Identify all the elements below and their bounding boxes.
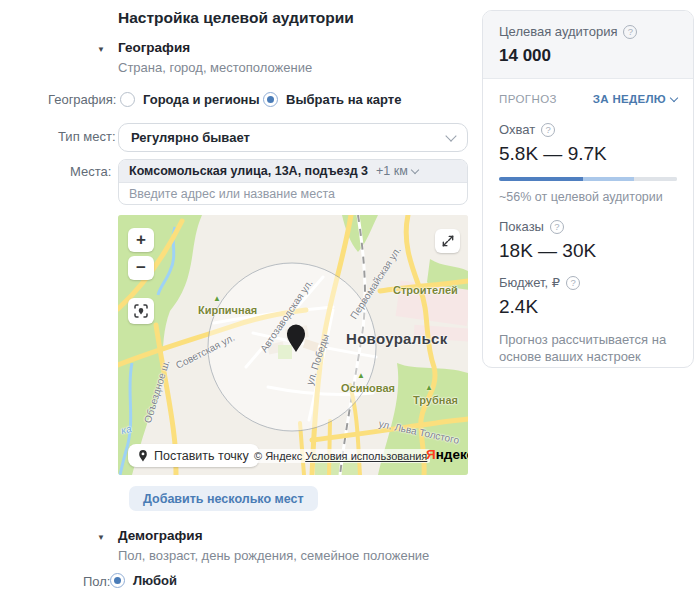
- section-title-demography[interactable]: Демография: [118, 528, 203, 543]
- forecast-footnote: Прогноз рассчитывается на основе ваших н…: [499, 331, 677, 368]
- reach-label: Охват: [499, 122, 535, 137]
- locate-button[interactable]: [128, 298, 154, 324]
- radio-label: Города и регионы: [143, 92, 260, 107]
- map-attribution: © Яндекс Условия использования: [251, 449, 430, 463]
- map-label-stroiteley: Строителей: [393, 284, 458, 296]
- map-label-novouralsk: Новоуральск: [346, 330, 448, 347]
- impressions-label: Показы: [499, 219, 544, 234]
- reach-value: 5.8K — 9.7K: [499, 143, 677, 165]
- places-label: Места:: [70, 164, 111, 179]
- set-point-label: Поставить точку: [154, 449, 249, 463]
- places-box: Комсомольская улица, 13А, подъезд 3 +1 к…: [118, 159, 468, 205]
- period-dropdown[interactable]: ЗА НЕДЕЛЮ: [593, 93, 677, 105]
- place-type-select[interactable]: Регулярно бывает: [118, 123, 468, 152]
- reach-note: ~56% от целевой аудитории: [499, 190, 677, 204]
- section-subtitle-geography: Страна, город, местоположение: [118, 60, 312, 75]
- impressions-value: 18K — 30K: [499, 240, 677, 262]
- chevron-down-icon: [445, 130, 456, 141]
- radius-dropdown[interactable]: +1 км: [376, 164, 418, 178]
- forecast-card: Целевая аудитория ? 14 000 ПРОГНОЗ ЗА НЕ…: [482, 10, 694, 368]
- question-icon[interactable]: ?: [623, 25, 637, 39]
- radio-label: Выбрать на карте: [286, 92, 401, 107]
- expand-icon: [441, 234, 455, 248]
- budget-value: 2.4K: [499, 296, 677, 318]
- geography-row-label: География:: [48, 92, 116, 107]
- radius-circle-overlay: [208, 263, 376, 431]
- set-point-button[interactable]: Поставить точку: [128, 444, 259, 467]
- minus-icon: −: [136, 259, 146, 276]
- terms-link[interactable]: Условия использования: [305, 450, 427, 462]
- yandex-map[interactable]: ▲ Кирпичная ▲ Строителей Новоуральск ▲ О…: [118, 215, 468, 475]
- collapse-triangle-icon[interactable]: ▼: [97, 45, 105, 54]
- radio-checked-icon[interactable]: [110, 573, 125, 588]
- place-search-input[interactable]: [129, 187, 457, 201]
- yandex-logo[interactable]: Яндекс: [426, 447, 468, 462]
- bar-segment: [583, 177, 635, 181]
- audience-header: Целевая аудитория ? 14 000: [483, 11, 693, 79]
- mountain-icon: ▲: [213, 294, 221, 303]
- page-title: Настройка целевой аудитории: [118, 9, 354, 27]
- logo-text: ндекс: [436, 447, 468, 462]
- collapse-triangle-icon[interactable]: ▼: [97, 533, 105, 542]
- audience-label: Целевая аудитория: [499, 24, 617, 39]
- forecast-body: ПРОГНОЗ ЗА НЕДЕЛЮ Охват ? 5.8K — 9.7K ~5…: [483, 79, 693, 368]
- map-label-osinovaya: Осиновая: [341, 382, 395, 394]
- radio-gender-any[interactable]: Любой: [110, 572, 177, 588]
- reach-progress-bar: [499, 177, 677, 181]
- mountain-icon: ▲: [425, 383, 433, 392]
- radio-icon[interactable]: [120, 92, 135, 107]
- zoom-out-button[interactable]: −: [128, 256, 154, 280]
- forecast-heading: ПРОГНОЗ: [499, 93, 557, 105]
- bar-segment: [634, 177, 677, 181]
- radius-value: +1 км: [376, 164, 408, 178]
- place-type-value: Регулярно бывает: [131, 130, 447, 145]
- radio-checked-icon[interactable]: [263, 92, 278, 107]
- radio-select-on-map[interactable]: Выбрать на карте: [263, 91, 401, 107]
- place-type-label: Тип мест:: [58, 129, 116, 144]
- place-input-row: [119, 183, 467, 204]
- add-places-button[interactable]: Добавить несколько мест: [129, 486, 318, 511]
- pin-icon: [138, 449, 148, 462]
- selected-place-text: Комсомольская улица, 13А, подъезд 3: [129, 164, 368, 178]
- radio-cities-regions[interactable]: Города и регионы: [120, 91, 260, 107]
- gender-label: Пол:: [83, 574, 111, 589]
- audience-value: 14 000: [499, 46, 677, 66]
- plus-icon: +: [136, 231, 146, 248]
- mountain-icon: ▲: [357, 371, 365, 380]
- locate-icon: [132, 302, 150, 320]
- targeting-settings-page: Настройка целевой аудитории ▼ География …: [0, 0, 700, 590]
- budget-label: Бюджет, ₽: [499, 275, 560, 290]
- copyright-text: © Яндекс: [254, 450, 302, 462]
- map-label-kirpichnaya: Кирпичная: [198, 304, 257, 316]
- section-subtitle-demography: Пол, возраст, день рождения, семейное по…: [118, 548, 429, 563]
- bar-segment: [499, 177, 583, 181]
- question-icon[interactable]: ?: [566, 276, 580, 290]
- footnote-text: Прогноз рассчитывается на основе ваших н…: [499, 332, 666, 368]
- period-value: ЗА НЕДЕЛЮ: [593, 93, 666, 105]
- chevron-down-icon: [411, 165, 419, 173]
- logo-letter: Я: [426, 447, 436, 462]
- fullscreen-button[interactable]: [435, 229, 460, 253]
- chevron-down-icon: [670, 93, 678, 101]
- section-title-geography[interactable]: География: [118, 40, 190, 55]
- question-icon[interactable]: ?: [541, 123, 555, 137]
- selected-place-row[interactable]: Комсомольская улица, 13А, подъезд 3 +1 к…: [119, 160, 467, 183]
- map-label-trubnaya: Трубная: [413, 394, 458, 406]
- radio-label: Любой: [133, 573, 177, 588]
- zoom-in-button[interactable]: +: [128, 228, 154, 252]
- question-icon[interactable]: ?: [550, 220, 564, 234]
